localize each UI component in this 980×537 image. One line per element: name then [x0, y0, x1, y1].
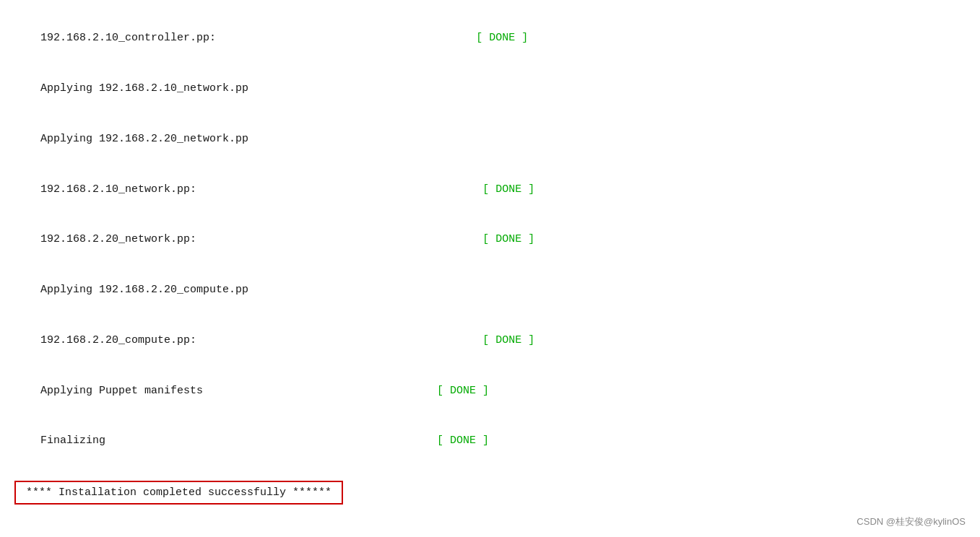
line-text: 192.168.2.20_compute.pp: — [40, 334, 196, 346]
status-done: [ DONE ] — [482, 334, 534, 346]
line-puppet: Applying Puppet manifests [ DONE ] — [14, 365, 966, 416]
line-compute: 192.168.2.20_compute.pp: [ DONE ] — [14, 315, 966, 366]
terminal-output: 192.168.2.10_controller.pp: [ DONE ] App… — [14, 13, 966, 537]
status-done: [ DONE ] — [476, 32, 528, 44]
spacer — [196, 183, 482, 196]
line-applying-network2: Applying 192.168.2.20_network.pp — [14, 114, 966, 165]
status-done: [ DONE ] — [482, 233, 534, 245]
line-text: 192.168.2.10_network.pp: — [40, 183, 196, 196]
watermark: CSDN @桂安俊@kylinOS — [857, 515, 966, 528]
line-network1: 192.168.2.10_network.pp: [ DONE ] — [14, 164, 966, 214]
status-done: [ DONE ] — [482, 183, 534, 196]
line-text: Finalizing — [40, 435, 437, 447]
success-message-box: **** Installation completed successfully… — [14, 481, 343, 505]
line-text: 192.168.2.10_controller.pp: — [40, 32, 216, 44]
line-applying-network1: Applying 192.168.2.10_network.pp — [14, 64, 966, 114]
line-network2: 192.168.2.20_network.pp: [ DONE ] — [14, 214, 966, 265]
line-applying-compute: Applying 192.168.2.20_compute.pp — [14, 265, 966, 315]
spacer — [216, 32, 476, 44]
line-text: Applying 192.168.2.10_network.pp — [40, 82, 248, 95]
status-done: [ DONE ] — [437, 385, 489, 397]
success-text: **** Installation completed successfully… — [26, 486, 331, 499]
line-text: Applying Puppet manifests — [40, 385, 437, 397]
status-done: [ DONE ] — [437, 435, 489, 447]
line-finalizing: Finalizing [ DONE ] — [14, 416, 966, 466]
additional-info-label: Additional information: — [14, 519, 966, 537]
line-text: Applying 192.168.2.20_network.pp — [40, 133, 248, 145]
spacer — [196, 334, 482, 346]
line-controller: 192.168.2.10_controller.pp: [ DONE ] — [14, 13, 966, 64]
line-text: 192.168.2.20_network.pp: — [40, 233, 196, 245]
line-text: Applying 192.168.2.20_compute.pp — [40, 284, 248, 296]
spacer — [196, 233, 482, 245]
